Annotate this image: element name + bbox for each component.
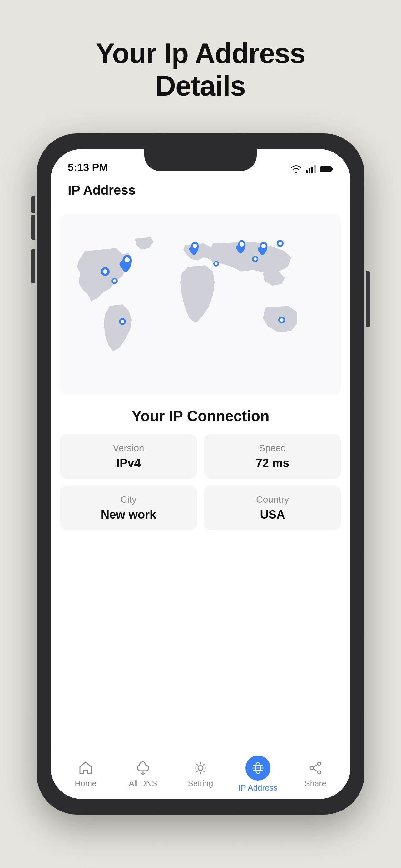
svg-rect-6 (321, 167, 330, 171)
svg-line-35 (313, 765, 318, 767)
info-grid: Version IPv4 Speed 72 ms City New work C… (60, 434, 341, 530)
svg-point-20 (278, 242, 282, 245)
nav-label-home: Home (75, 779, 96, 788)
info-card-country: Country USA (204, 486, 341, 530)
phone-screen: 5:13 PM (51, 149, 350, 799)
svg-point-34 (318, 771, 321, 774)
svg-line-36 (313, 769, 318, 771)
info-card-speed: Speed 72 ms (204, 434, 341, 479)
svg-point-18 (254, 257, 257, 260)
nav-item-all-dns[interactable]: All DNS (120, 760, 166, 788)
nav-label-ip-address: IP Address (238, 783, 277, 793)
svg-point-9 (125, 257, 130, 262)
page-title: Your Ip Address Details (96, 37, 305, 102)
svg-rect-0 (306, 170, 308, 174)
svg-point-26 (198, 766, 203, 771)
svg-point-8 (103, 269, 107, 274)
info-card-city: City New work (60, 486, 197, 530)
svg-point-22 (121, 320, 124, 323)
svg-point-15 (239, 242, 244, 247)
svg-rect-2 (311, 166, 313, 174)
svg-rect-5 (331, 168, 333, 170)
phone-mockup: 5:13 PM (37, 133, 364, 814)
nav-item-share[interactable]: Share (292, 760, 339, 788)
svg-point-11 (113, 279, 116, 282)
svg-point-12 (193, 244, 197, 248)
phone-notch (144, 149, 257, 171)
svg-point-16 (261, 244, 266, 248)
svg-rect-3 (314, 165, 316, 174)
country-label: Country (256, 494, 289, 505)
bottom-nav: Home All DNS Setting (51, 749, 350, 799)
city-value: New work (101, 508, 156, 522)
status-time: 5:13 PM (68, 161, 108, 174)
version-label: Version (113, 443, 144, 453)
city-label: City (121, 494, 137, 505)
map-area (60, 214, 341, 395)
nav-item-ip-address[interactable]: IP Address (235, 755, 281, 793)
nav-label-share: Share (304, 779, 326, 788)
svg-point-32 (318, 762, 321, 765)
svg-point-33 (310, 767, 313, 770)
speed-label: Speed (259, 443, 286, 453)
svg-point-14 (215, 262, 218, 265)
nav-item-home[interactable]: Home (62, 760, 109, 788)
app-header-title: IP Address (68, 183, 136, 197)
nav-label-setting: Setting (188, 779, 213, 788)
nav-item-setting[interactable]: Setting (177, 760, 224, 788)
version-value: IPv4 (116, 457, 140, 470)
svg-point-24 (280, 318, 283, 322)
status-icons (290, 165, 333, 174)
ip-connection-title: Your IP Connection (51, 407, 350, 425)
nav-label-all-dns: All DNS (129, 779, 157, 788)
speed-value: 72 ms (256, 457, 290, 470)
main-content: Your IP Connection Version IPv4 Speed 72… (51, 204, 350, 749)
country-value: USA (260, 508, 285, 522)
nav-ip-circle (245, 755, 270, 780)
svg-rect-1 (308, 168, 310, 174)
app-header: IP Address (51, 177, 350, 204)
info-card-version: Version IPv4 (60, 434, 197, 479)
